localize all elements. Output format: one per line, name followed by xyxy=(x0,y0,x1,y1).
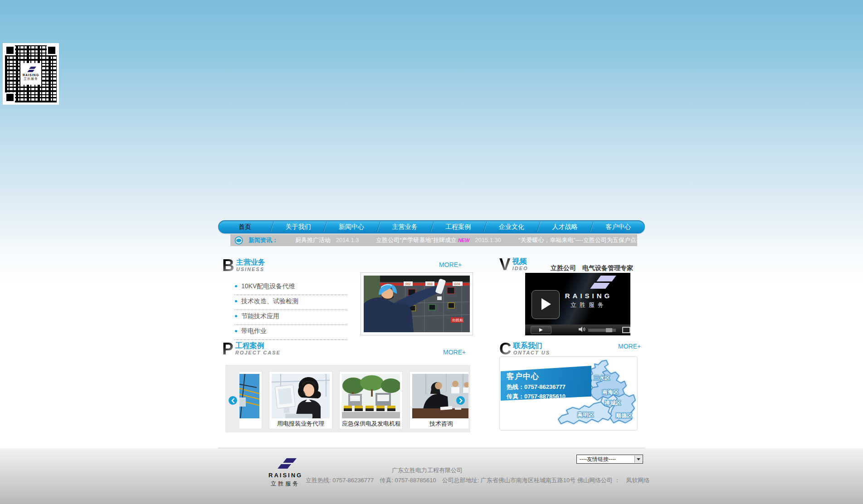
news-item-date: 2014.1.3 xyxy=(336,237,359,243)
business-list: 10KV配电设备代维 技术改造、试验检测 节能技术应用 带电作业 xyxy=(234,280,347,340)
video-screen[interactable]: RAISING 立胜服务 xyxy=(525,273,630,325)
project-slide-image xyxy=(342,374,400,418)
project-more-link[interactable]: MORE+ xyxy=(443,349,466,356)
video-brand-text: RAISING xyxy=(549,292,629,300)
news-item[interactable]: 立胜公司“产学研基地”挂牌成立NEW 2015.1.30 xyxy=(376,236,501,244)
footer-company-name: 广东立胜电力工程有限公司 xyxy=(392,466,463,475)
volume-slider[interactable] xyxy=(588,329,616,332)
qr-brand-subtext: 立胜服务 xyxy=(24,77,38,81)
fullscreen-icon[interactable] xyxy=(622,327,630,333)
carousel-viewport: 用电报装业务代理 xyxy=(239,370,468,431)
footer-brand-text: RAISING xyxy=(268,472,302,479)
svg-text:出线柜: 出线柜 xyxy=(452,318,463,322)
project-title: 工程案例 xyxy=(235,342,281,349)
project-slide[interactable] xyxy=(239,371,262,429)
business-initial-letter: B xyxy=(222,258,234,272)
news-item-text: “关爱暖心，幸福来电”----立胜公司为五保户点亮关爱 xyxy=(518,237,637,243)
video-subtitle: IDEO xyxy=(512,265,528,271)
business-list-item[interactable]: 带电作业 xyxy=(234,325,347,340)
brand-logo-icon xyxy=(590,283,609,289)
news-item[interactable]: 厨具推广活动 2014.1.3 xyxy=(295,236,359,244)
nav-item-business[interactable]: 主营业务 xyxy=(378,220,432,233)
news-ticker-label: 新闻资讯： xyxy=(249,236,278,244)
project-slide[interactable]: 应急保供电及发电机租赁 xyxy=(339,371,403,429)
friend-links-select[interactable]: ----友情链接---- xyxy=(576,455,643,464)
video-controls-play-button[interactable] xyxy=(531,326,551,334)
contact-section-header: C 联系我们 ONTACT US xyxy=(499,342,550,356)
business-item-label: 带电作业 xyxy=(241,327,267,334)
contact-initial-letter: C xyxy=(499,342,512,356)
nav-item-culture[interactable]: 企业文化 xyxy=(485,220,538,233)
business-item-label: 技术改造、试验检测 xyxy=(241,297,298,305)
video-play-button[interactable] xyxy=(531,290,560,319)
brand-logo-icon xyxy=(596,276,616,281)
contact-box: 客户中心 热线：0757-86236777 传真：0757-88785610 三… xyxy=(499,356,638,431)
worker-photo-image: 002 003 G04 出线柜 xyxy=(364,276,470,332)
project-slide-image xyxy=(239,374,259,418)
friend-links-select-value: ----友情链接---- xyxy=(580,456,616,462)
customer-center-title: 客户中心 xyxy=(507,371,591,382)
district-label: 三水区 xyxy=(594,374,610,382)
chevron-down-icon[interactable] xyxy=(634,456,642,463)
contact-more-link[interactable]: MORE+ xyxy=(618,343,641,350)
business-item-label: 10KV配电设备代维 xyxy=(241,282,295,290)
footer: RAISING 立胜服务 广东立胜电力工程有限公司 立胜热线: 0757-862… xyxy=(0,448,863,504)
news-item[interactable]: “关爱暖心，幸福来电”----立胜公司为五保户点亮关爱 xyxy=(518,236,637,244)
business-more-link[interactable]: MORE+ xyxy=(439,261,462,268)
video-brand-subtext: 立胜服务 xyxy=(549,301,629,309)
project-subtitle: ROJECT CASE xyxy=(235,349,281,356)
business-section-header: B 主营业务 USINESS xyxy=(222,258,265,272)
video-controls xyxy=(525,325,630,335)
footer-contact-info: 立胜热线: 0757-86236777 传真: 0757-88785610 公司… xyxy=(306,476,650,485)
business-title: 主营业务 xyxy=(236,258,265,266)
news-globe-icon xyxy=(234,236,243,245)
footer-brand-subtext: 立胜服务 xyxy=(268,480,302,488)
business-list-item[interactable]: 技术改造、试验检测 xyxy=(234,295,347,310)
qr-code: RAISING 立胜服务 xyxy=(3,43,59,105)
nav-item-home[interactable]: 首页 xyxy=(218,220,272,233)
project-slide-caption: 技术咨询 xyxy=(412,418,468,429)
video-caption: 立胜公司 电气设备管理专家 xyxy=(551,264,633,272)
project-section-header: P 工程案例 ROJECT CASE xyxy=(222,342,281,356)
svg-text:002: 002 xyxy=(405,282,411,286)
nav-item-talent[interactable]: 人才战略 xyxy=(538,220,592,233)
business-list-item[interactable]: 节能技术应用 xyxy=(234,310,347,325)
nav-item-cases[interactable]: 工程案例 xyxy=(432,220,485,233)
volume-slider-handle[interactable] xyxy=(606,328,612,332)
customer-center-banner: 客户中心 热线：0757-86236777 传真：0757-88785610 xyxy=(501,366,591,401)
nav-item-about[interactable]: 关于我们 xyxy=(272,220,325,233)
bullet-icon xyxy=(235,300,237,302)
main-content: 首页 关于我们 新闻中心 主营业务 工程案例 企业文化 人才战略 客户中心 新闻… xyxy=(218,220,645,437)
business-subtitle: USINESS xyxy=(236,266,265,272)
video-title: 视频 xyxy=(512,257,528,265)
volume-icon[interactable] xyxy=(579,326,586,334)
project-initial-letter: P xyxy=(222,342,234,356)
page: RAISING 立胜服务 首页 关于我们 新闻中心 主营业务 工程案例 企业文化… xyxy=(0,0,863,504)
qr-finder-icon xyxy=(5,92,15,102)
project-slide-caption xyxy=(239,418,259,429)
worker-photo[interactable]: 002 003 G04 出线柜 xyxy=(361,272,473,335)
project-slide[interactable]: 用电报装业务代理 xyxy=(269,371,332,429)
business-item-label: 节能技术应用 xyxy=(241,312,279,320)
nav-item-news[interactable]: 新闻中心 xyxy=(325,220,378,233)
news-ticker: 新闻资讯： 厨具推广活动 2014.1.3 立胜公司“产学研基地”挂牌成立NEW… xyxy=(230,234,637,246)
svg-text:G04: G04 xyxy=(454,282,460,286)
video-brand-block: RAISING 立胜服务 xyxy=(549,276,629,309)
project-slide-caption: 用电报装业务代理 xyxy=(272,418,330,429)
brand-logo-icon xyxy=(283,458,297,463)
brand-logo-icon xyxy=(278,464,291,469)
svg-text:003: 003 xyxy=(427,282,433,286)
qr-pattern: RAISING 立胜服务 xyxy=(5,45,57,102)
video-initial-letter: V xyxy=(499,257,511,271)
carousel-next-button[interactable] xyxy=(456,396,465,405)
customer-center-hotline: 热线：0757-86236777 xyxy=(507,383,591,391)
district-label: 禅城区 xyxy=(605,399,621,407)
project-slide-caption: 应急保供电及发电机租赁 xyxy=(342,418,400,429)
nav-item-customer[interactable]: 客户中心 xyxy=(591,220,645,233)
video-player: RAISING 立胜服务 xyxy=(525,273,630,335)
project-slide-image xyxy=(272,374,330,418)
carousel-prev-button[interactable] xyxy=(229,396,237,405)
news-item-text: 厨具推广活动 xyxy=(295,237,331,243)
news-item-text: 立胜公司“产学研基地”挂牌成立 xyxy=(376,237,457,243)
business-list-item[interactable]: 10KV配电设备代维 xyxy=(234,280,347,295)
